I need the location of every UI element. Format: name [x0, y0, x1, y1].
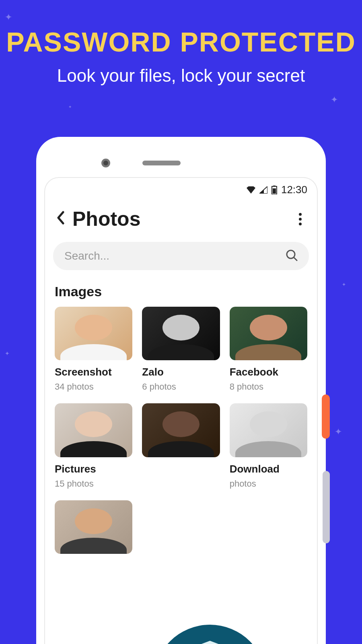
- album-count: 34 photos: [55, 382, 132, 392]
- album-item[interactable]: Screenshot 34 photos: [55, 307, 132, 392]
- album-thumbnail: [55, 500, 132, 554]
- album-grid: Screenshot 34 photos Zalo 6 photos Faceb…: [45, 307, 317, 554]
- album-thumbnail: [55, 307, 132, 360]
- wifi-icon: [247, 186, 255, 194]
- section-title: Images: [45, 274, 317, 307]
- phone-frame: 12:30 Photos Images: [36, 137, 326, 644]
- album-item[interactable]: Facebook 8 photos: [230, 307, 307, 392]
- album-count: 15 photos: [55, 479, 132, 489]
- battery-icon: [272, 186, 277, 194]
- svg-rect-2: [273, 188, 276, 194]
- person-placeholder: [142, 307, 220, 360]
- more-vertical-icon: [299, 213, 302, 216]
- person-placeholder: [230, 403, 307, 457]
- album-count: 6 photos: [142, 382, 220, 392]
- album-item[interactable]: Zalo 6 photos: [142, 307, 220, 392]
- chevron-left-icon: [56, 211, 64, 225]
- sparkle-decoration: ✦: [335, 427, 342, 437]
- person-placeholder: [230, 307, 307, 360]
- album-thumbnail: [55, 403, 132, 457]
- phone-speaker: [142, 161, 181, 165]
- album-thumbnail: [230, 403, 307, 457]
- sparkle-decoration: ✦: [5, 12, 12, 23]
- status-bar: 12:30: [45, 178, 317, 199]
- album-thumbnail: [142, 307, 220, 360]
- person-placeholder: [55, 307, 132, 360]
- album-name: Zalo: [142, 366, 220, 378]
- album-item[interactable]: Pictures 15 photos: [55, 403, 132, 489]
- album-item[interactable]: Download photos: [230, 403, 307, 489]
- sparkle-decoration: ✦: [68, 105, 72, 109]
- signal-icon: [259, 186, 267, 194]
- album-thumbnail: [142, 403, 220, 457]
- sparkle-decoration: ✦: [331, 95, 338, 105]
- sparkle-decoration: ✦: [5, 350, 10, 357]
- person-placeholder: [55, 500, 132, 554]
- search-icon: [286, 249, 298, 263]
- page-title: Photos: [72, 207, 295, 231]
- promo-title: PASSWORD PROTECTED: [0, 26, 362, 58]
- more-options-button[interactable]: [295, 209, 306, 229]
- status-time: 12:30: [281, 184, 307, 196]
- album-thumbnail: [230, 307, 307, 360]
- sparkle-decoration: ✦: [342, 282, 346, 287]
- app-header: Photos: [45, 199, 317, 235]
- album-count: photos: [230, 479, 307, 489]
- search-input[interactable]: [64, 250, 286, 262]
- phone-side-button: [323, 471, 330, 543]
- lock-shield-badge: [154, 625, 266, 644]
- back-button[interactable]: [56, 210, 64, 228]
- phone-camera-dot: [101, 159, 110, 167]
- svg-line-4: [294, 258, 297, 260]
- album-name: Facebook: [230, 366, 307, 378]
- album-count: 8 photos: [230, 382, 307, 392]
- phone-accent-decoration: [322, 394, 330, 439]
- promo-subtitle: Look your files, lock your secret: [0, 66, 362, 86]
- album-name: Pictures: [55, 463, 132, 475]
- shield-lock-icon: [172, 639, 248, 644]
- phone-screen: 12:30 Photos Images: [44, 177, 318, 644]
- album-name: Download: [230, 463, 307, 475]
- album-item[interactable]: [55, 500, 132, 554]
- search-bar[interactable]: [53, 242, 309, 270]
- phone-hardware-top: [44, 153, 318, 173]
- album-name: Screenshot: [55, 366, 132, 378]
- album-item[interactable]: [142, 403, 220, 489]
- person-placeholder: [142, 403, 220, 457]
- person-placeholder: [55, 403, 132, 457]
